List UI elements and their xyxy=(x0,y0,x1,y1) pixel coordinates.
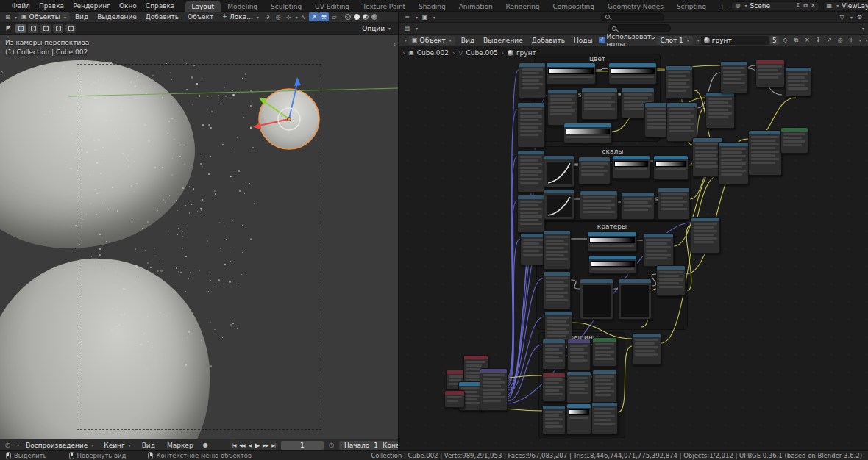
color-ramp-widget[interactable] xyxy=(589,237,635,243)
shader-node-40[interactable] xyxy=(632,333,661,365)
shader-node-41[interactable] xyxy=(542,339,566,370)
timeline-marker-menu[interactable]: Маркер xyxy=(163,442,198,449)
active-tool-icon[interactable]: ◤ xyxy=(4,24,13,33)
shader-node-45[interactable] xyxy=(566,371,591,403)
shader-node-7[interactable] xyxy=(547,89,578,126)
workspace-tab-0[interactable]: Layout xyxy=(185,1,221,12)
select-mode-new-button[interactable] xyxy=(15,24,26,33)
record-button[interactable]: ● xyxy=(201,441,210,450)
options-dropdown[interactable]: Опции ▾ xyxy=(358,24,394,33)
display-mode-icon[interactable]: ≡ xyxy=(402,12,412,21)
play-button[interactable]: ▶ xyxy=(255,442,259,449)
workspace-tab-1[interactable]: Modeling xyxy=(221,1,264,12)
shader-node-5[interactable] xyxy=(546,62,596,85)
shader-node-37[interactable] xyxy=(618,278,652,320)
topbar-menu-4[interactable]: Справка xyxy=(141,2,179,10)
start-value[interactable]: 1 xyxy=(374,442,378,449)
shader-node-10[interactable] xyxy=(563,123,612,143)
viewport-menu-2[interactable]: Добавить xyxy=(141,13,183,21)
current-frame-field[interactable]: 1 xyxy=(281,441,324,450)
breadcrumb-item-0[interactable]: ▣Cube.002 xyxy=(408,49,449,57)
shader-node-47[interactable] xyxy=(542,405,566,434)
snap-icon[interactable]: ⊹ xyxy=(284,12,294,21)
shader-node-30[interactable] xyxy=(658,187,690,220)
viewlayer-selector[interactable]: ▦ ▾ ViewLayer ⧉ × xyxy=(823,1,868,10)
shader-node-24[interactable] xyxy=(544,189,574,220)
editor-type-icon[interactable]: ⊞ xyxy=(3,12,13,21)
select-mode-intersect-button[interactable] xyxy=(65,24,76,33)
shader-node-49[interactable] xyxy=(591,402,618,434)
playback-menu[interactable]: Воспроизведение ▾ xyxy=(22,441,97,450)
topbar-menu-1[interactable]: Правка xyxy=(35,2,68,10)
fake-user-shield-icon[interactable]: ◇ xyxy=(780,36,790,45)
curve-widget[interactable] xyxy=(547,195,572,217)
shader-node-16[interactable] xyxy=(755,60,785,87)
breadcrumb-item-1[interactable]: ▽Cube.005 xyxy=(458,49,497,57)
close-icon[interactable]: × xyxy=(811,3,816,9)
shader-node-46[interactable] xyxy=(592,370,617,403)
orientation-dropdown[interactable]: + Лока... ▾ xyxy=(218,12,263,21)
shader-node-2[interactable] xyxy=(517,150,545,193)
workspace-tab-8[interactable]: Compositing xyxy=(547,1,601,12)
shader-node-36[interactable] xyxy=(580,278,613,320)
shader-node-39[interactable] xyxy=(656,265,686,296)
shader-node-14[interactable] xyxy=(705,92,735,129)
editor-layers-icon[interactable]: ▤ xyxy=(402,24,412,33)
select-mode-invert-button[interactable] xyxy=(53,24,63,33)
xray-toggle-icon[interactable]: ▱ xyxy=(330,12,339,21)
shader-node-34[interactable] xyxy=(587,231,637,252)
jump-to-start-button[interactable]: |◀ xyxy=(232,442,236,448)
shader-node-18[interactable] xyxy=(718,142,749,184)
shader-node-48[interactable] xyxy=(566,403,591,434)
shader-node-29[interactable] xyxy=(621,192,655,220)
shader-node-54[interactable] xyxy=(480,368,508,411)
breadcrumb-item-2[interactable]: грунт xyxy=(508,49,536,57)
shading-rendered-icon[interactable] xyxy=(371,14,377,20)
shader-node-42[interactable] xyxy=(567,339,591,371)
workspace-tab-6[interactable]: Animation xyxy=(452,1,499,12)
stopwatch-icon[interactable]: ◷ xyxy=(327,441,336,450)
shader-node-15[interactable] xyxy=(720,61,748,93)
unlink-close-icon[interactable]: × xyxy=(803,36,812,45)
shader-node-1[interactable] xyxy=(517,102,545,148)
scene-name[interactable]: Scene xyxy=(750,2,792,10)
pin-icon[interactable]: ↧ xyxy=(795,3,800,9)
shader-node-44[interactable] xyxy=(542,373,566,402)
shader-node-27[interactable] xyxy=(653,155,689,180)
shader-node-22[interactable] xyxy=(691,217,720,254)
outliner-search-input[interactable] xyxy=(601,13,664,21)
workspace-tab-2[interactable]: Sculpting xyxy=(264,1,308,12)
shader-node-19[interactable] xyxy=(748,130,782,176)
shader-node-6[interactable] xyxy=(608,62,657,85)
workspace-tab-10[interactable]: Scripting xyxy=(670,1,713,12)
shader-node-43[interactable] xyxy=(592,337,617,367)
shader-node-12[interactable] xyxy=(665,65,693,99)
topbar-menu-3[interactable]: Окно xyxy=(115,2,141,10)
shading-wireframe-icon[interactable] xyxy=(345,14,351,20)
workspace-tab-4[interactable]: Texture Paint xyxy=(356,1,412,12)
color-ramp-widget[interactable] xyxy=(548,68,594,74)
topbar-menu-2[interactable]: Рендеринг xyxy=(68,2,115,10)
viewport-canvas[interactable]: Из камеры перспектива (1) Collection | C… xyxy=(0,35,398,439)
gear-icon[interactable]: ⚙ xyxy=(855,12,864,21)
proportional-icon[interactable]: ∿ xyxy=(299,12,308,21)
workspace-tab-11[interactable]: + xyxy=(713,1,732,12)
parent-nav-icon[interactable]: ↗ xyxy=(825,36,834,45)
color-ramp-widget[interactable] xyxy=(591,261,635,267)
node-menu-3[interactable]: Ноды xyxy=(569,37,597,44)
shader-node-25[interactable] xyxy=(578,157,611,184)
viewlayer-name[interactable]: ViewLayer xyxy=(842,2,868,10)
snap-magnet-icon[interactable]: ◎ xyxy=(836,36,845,45)
viewport-menu-3[interactable]: Объект xyxy=(183,13,218,21)
scene-selector[interactable]: ◍ ▾ Scene ↧ ⧉ × xyxy=(731,1,819,10)
prev-keyframe-button[interactable]: ◀◀ xyxy=(239,442,244,448)
shader-node-8[interactable] xyxy=(581,87,618,120)
shader-node-4[interactable] xyxy=(520,233,546,265)
workspace-tab-7[interactable]: Rendering xyxy=(499,1,547,12)
viewport-menu-0[interactable]: Вид xyxy=(71,13,93,21)
strip-search-input[interactable] xyxy=(608,24,671,32)
slot-dropdown[interactable]: Слот 1 ▾ xyxy=(656,36,692,45)
keying-menu[interactable]: Кеинг ▾ xyxy=(100,441,134,450)
snap-icon[interactable]: ⊹ xyxy=(847,36,856,45)
pin-icon[interactable]: ↧ xyxy=(814,36,823,45)
